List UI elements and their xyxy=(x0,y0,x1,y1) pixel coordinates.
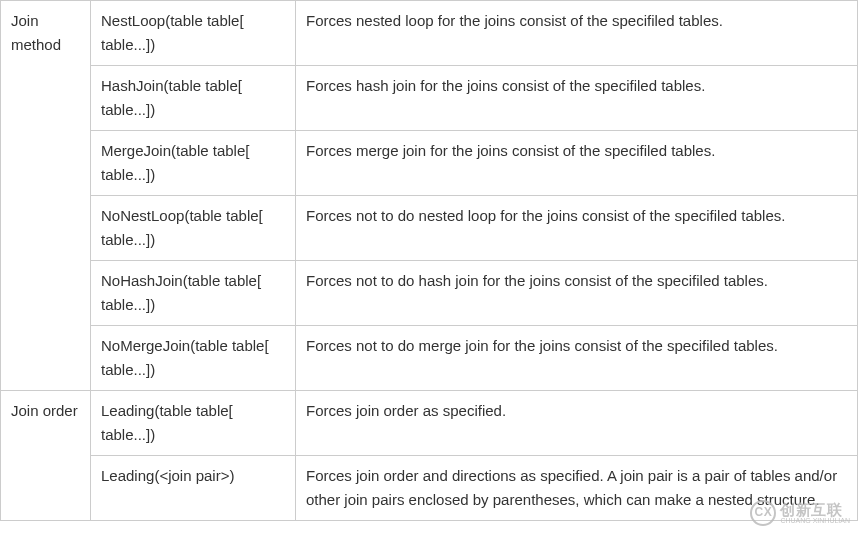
watermark-text: 创新互联 xyxy=(780,502,850,517)
description-cell: Forces not to do merge join for the join… xyxy=(296,326,858,391)
category-cell: Join method xyxy=(1,1,91,391)
table-row: NoMergeJoin(table table[ table...]) Forc… xyxy=(1,326,858,391)
description-cell: Forces join order as specified. xyxy=(296,391,858,456)
description-cell: Forces merge join for the joins consist … xyxy=(296,131,858,196)
table-row: MergeJoin(table table[ table...]) Forces… xyxy=(1,131,858,196)
hints-table: Join method NestLoop(table table[ table.… xyxy=(0,0,858,521)
category-cell: Join order xyxy=(1,391,91,521)
hint-cell: NoNestLoop(table table[ table...]) xyxy=(91,196,296,261)
watermark-subtext: CHUANG XINHULIAN xyxy=(780,517,850,521)
hint-cell: HashJoin(table table[ table...]) xyxy=(91,66,296,131)
hint-cell: NoMergeJoin(table table[ table...]) xyxy=(91,326,296,391)
table-row: Join method NestLoop(table table[ table.… xyxy=(1,1,858,66)
table-row: Join order Leading(table table[ table...… xyxy=(1,391,858,456)
table-row: HashJoin(table table[ table...]) Forces … xyxy=(1,66,858,131)
table-row: NoHashJoin(table table[ table...]) Force… xyxy=(1,261,858,326)
description-cell: Forces not to do hash join for the joins… xyxy=(296,261,858,326)
hint-cell: NestLoop(table table[ table...]) xyxy=(91,1,296,66)
hint-cell: NoHashJoin(table table[ table...]) xyxy=(91,261,296,326)
description-cell: Forces nested loop for the joins consist… xyxy=(296,1,858,66)
hint-cell: Leading(table table[ table...]) xyxy=(91,391,296,456)
description-cell: Forces not to do nested loop for the joi… xyxy=(296,196,858,261)
table-row: Leading(<join pair>) Forces join order a… xyxy=(1,456,858,521)
hint-cell: Leading(<join pair>) xyxy=(91,456,296,521)
table-row: NoNestLoop(table table[ table...]) Force… xyxy=(1,196,858,261)
description-cell: Forces hash join for the joins consist o… xyxy=(296,66,858,131)
watermark: CX 创新互联 CHUANG XINHULIAN xyxy=(750,500,850,521)
watermark-logo-icon: CX xyxy=(750,500,776,521)
hint-cell: MergeJoin(table table[ table...]) xyxy=(91,131,296,196)
